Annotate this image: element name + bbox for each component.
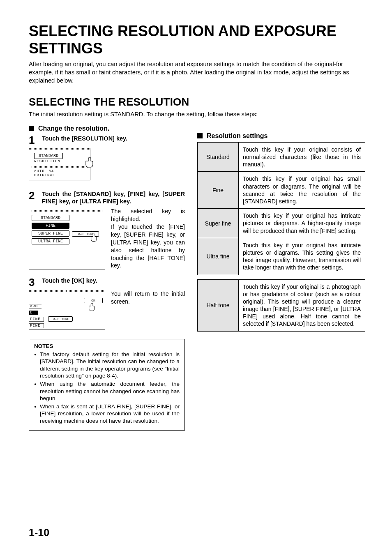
table-row: Ultra fine Touch this key if your origin… bbox=[198, 238, 365, 275]
res-desc-halftone: Touch this key if your original is a pho… bbox=[239, 279, 365, 331]
step-2: 2 Touch the [STANDARD] key, [FINE] key, … bbox=[29, 190, 185, 269]
step-3-number: 3 bbox=[29, 277, 39, 288]
square-bullet-icon bbox=[197, 133, 203, 138]
a4-label-illus: A4 bbox=[49, 169, 54, 173]
res-desc-superfine: Touch this key if your original has intr… bbox=[239, 209, 365, 238]
step-2-illustration: STANDARD FINE SUPER FINE ULTRA FINE HALF… bbox=[29, 207, 105, 269]
page-title: SELECTING RESOLUTION AND EXPOSURE SETTIN… bbox=[29, 23, 365, 57]
table-row: Half tone Touch this key if your origina… bbox=[198, 279, 365, 331]
subhead-left-text: Change the resolution. bbox=[38, 125, 109, 132]
super-fine-key-illus2: SUPER FINE bbox=[32, 230, 69, 237]
step-1-number: 1 bbox=[29, 135, 39, 145]
step-3-title: Touch the [OK] key. bbox=[42, 277, 185, 288]
step-2-number: 2 bbox=[29, 190, 39, 205]
section-subtitle: The initial resolution setting is STANDA… bbox=[29, 111, 365, 117]
note-item-1: The factory default setting for the init… bbox=[34, 351, 180, 380]
step-2-title: Touch the [STANDARD] key, [FINE] key, [S… bbox=[42, 190, 185, 205]
row-fine1-illus3: FINE bbox=[29, 317, 44, 322]
res-desc-fine: Touch this key if your original has smal… bbox=[239, 172, 365, 209]
row-ard-illus3: ARD bbox=[29, 304, 42, 309]
table-row: Fine Touch this key if your original has… bbox=[198, 172, 365, 209]
step-1: 1 Touch the [RESOLUTION] key. STANDARD R… bbox=[29, 135, 185, 180]
section-title: SELECTING THE RESOLUTION bbox=[29, 96, 365, 108]
note-item-3: When a fax is sent at [ULTRA FINE], [SUP… bbox=[34, 403, 180, 425]
res-label-fine: Fine bbox=[198, 172, 239, 209]
resolution-settings-table: Standard Touch this key if your original… bbox=[197, 142, 365, 275]
res-desc-standard: Touch this key if your original consists… bbox=[239, 142, 365, 172]
subhead-resolution-settings: Resolution settings bbox=[197, 132, 365, 140]
hand-pointer-icon bbox=[87, 302, 99, 315]
ultra-fine-key-illus2: ULTRA FINE bbox=[32, 238, 69, 244]
subhead-right-text: Resolution settings bbox=[207, 132, 267, 140]
step-1-title: Touch the [RESOLUTION] key. bbox=[42, 135, 185, 145]
step-1-illustration: STANDARD RESOLUTION AUTO A4 ORIGINAL bbox=[29, 148, 90, 180]
intro-paragraph: After loading an original, you can adjus… bbox=[29, 60, 365, 85]
res-label-ultrafine: Ultra fine bbox=[198, 238, 239, 275]
table-row: Super fine Touch this key if your origin… bbox=[198, 209, 365, 238]
step-2-desc: The selected key is highlighted. If you … bbox=[111, 207, 185, 269]
step-3-desc: You will return to the initial screen. bbox=[111, 290, 185, 330]
standard-key-illus: STANDARD bbox=[34, 153, 63, 159]
original-label-illus: ORIGINAL bbox=[34, 173, 88, 177]
standard-key-illus2: STANDARD bbox=[32, 215, 69, 221]
halftone-table: Half tone Touch this key if your origina… bbox=[197, 279, 365, 332]
step-3-illustration: OK ARD E FINE HALF TONE FINE bbox=[29, 290, 105, 330]
hand-pointer-icon bbox=[89, 232, 101, 245]
fine-key-illus2: FINE bbox=[32, 223, 69, 229]
table-row: Standard Touch this key if your original… bbox=[198, 142, 365, 172]
auto-label-illus: AUTO bbox=[34, 169, 45, 173]
res-label-halftone: Half tone bbox=[198, 279, 239, 331]
res-desc-ultrafine: Touch this key if your original has intr… bbox=[239, 238, 365, 275]
page-number: 1-10 bbox=[29, 527, 49, 539]
square-bullet-icon bbox=[29, 126, 34, 131]
res-label-superfine: Super fine bbox=[198, 209, 239, 238]
row-e-illus3: E bbox=[29, 311, 38, 315]
hand-pointer-icon bbox=[83, 155, 98, 172]
res-label-standard: Standard bbox=[198, 142, 239, 172]
notes-title: NOTES bbox=[34, 343, 180, 350]
step-3: 3 Touch the [OK] key. bbox=[29, 277, 185, 330]
half-tone-key-illus3: HALF TONE bbox=[48, 316, 73, 322]
subhead-change-resolution: Change the resolution. bbox=[29, 125, 185, 132]
row-fine2-illus3: FINE bbox=[29, 323, 44, 328]
notes-box: NOTES The factory default setting for th… bbox=[29, 339, 185, 431]
resolution-label-illus: RESOLUTION bbox=[34, 159, 88, 164]
note-item-2: When using the automatic document feeder… bbox=[34, 380, 180, 402]
